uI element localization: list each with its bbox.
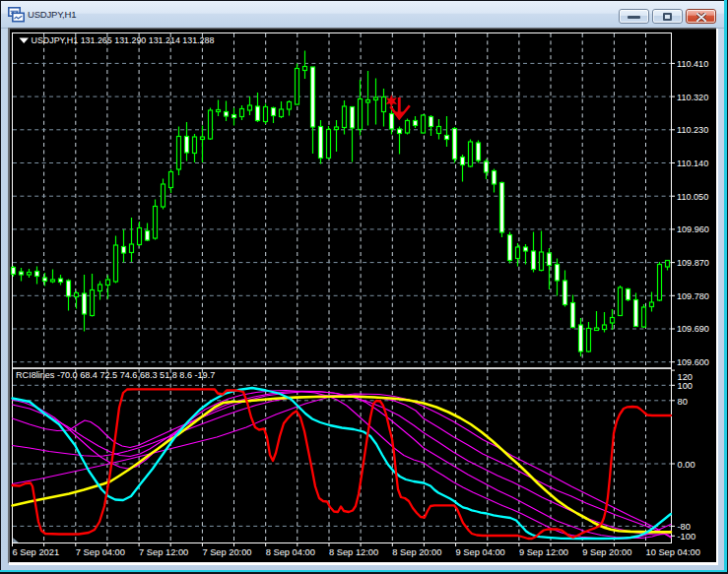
svg-text:RCI8lines -70.0 68.4 72.5 74.6: RCI8lines -70.0 68.4 72.5 74.6 68.3 51.8… (16, 370, 215, 380)
svg-text:0.00: 0.00 (678, 460, 695, 470)
svg-text:80: 80 (678, 397, 688, 407)
svg-text:110.140: 110.140 (677, 159, 708, 168)
svg-text:8 Sep 20:00: 8 Sep 20:00 (392, 547, 441, 557)
svg-text:USDJPY,H1 131.265 131.290 131: USDJPY,H1 131.265 131.290 131.214 131.28… (32, 35, 215, 45)
svg-text:9 Sep 12:00: 9 Sep 12:00 (519, 547, 568, 557)
svg-text:9 Sep 20:00: 9 Sep 20:00 (582, 547, 631, 557)
svg-text:-100: -100 (678, 532, 696, 542)
svg-text:110.230: 110.230 (677, 125, 708, 135)
svg-text:110.320: 110.320 (677, 93, 708, 102)
svg-text:8 Sep 04:00: 8 Sep 04:00 (266, 547, 315, 557)
svg-text:6 Sep 2021: 6 Sep 2021 (13, 547, 60, 557)
svg-text:109.690: 109.690 (677, 324, 709, 334)
svg-text:7 Sep 12:00: 7 Sep 12:00 (139, 547, 188, 557)
svg-text:110.050: 110.050 (677, 192, 708, 202)
svg-text:109.780: 109.780 (677, 291, 709, 301)
svg-text:-80: -80 (678, 522, 691, 532)
svg-text:9 Sep 04:00: 9 Sep 04:00 (456, 547, 505, 557)
svg-text:8 Sep 12:00: 8 Sep 12:00 (329, 547, 378, 557)
svg-text:109.960: 109.960 (677, 224, 709, 234)
svg-text:109.600: 109.600 (677, 357, 709, 367)
svg-text:7 Sep 20:00: 7 Sep 20:00 (202, 547, 251, 557)
svg-text:7 Sep 04:00: 7 Sep 04:00 (76, 547, 125, 557)
svg-text:10 Sep 04:00: 10 Sep 04:00 (646, 547, 700, 557)
svg-text:120: 120 (678, 372, 694, 382)
svg-text:100: 100 (678, 381, 694, 391)
svg-text:110.410: 110.410 (677, 59, 708, 69)
svg-text:109.870: 109.870 (677, 258, 709, 268)
